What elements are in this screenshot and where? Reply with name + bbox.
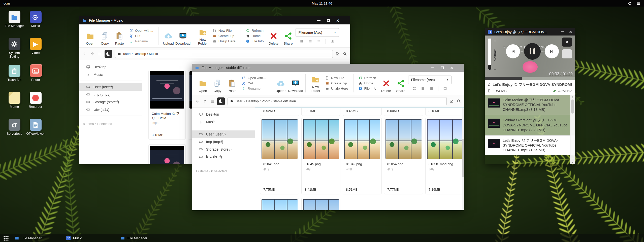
- scroll-down-icon[interactable]: ▼: [572, 161, 574, 163]
- taskbar-item-file-manager-1[interactable]: File Manager: [15, 234, 42, 242]
- unzip-here-button[interactable]: Unzip Here: [325, 87, 348, 90]
- sidebar-item-drive-user[interactable]: User (user:/): [79, 83, 142, 91]
- sidebar-item-music[interactable]: ♪ Music: [79, 71, 142, 78]
- cut-button[interactable]: Cut: [242, 81, 266, 85]
- upload-button[interactable]: Upload: [161, 27, 176, 45]
- playlist-scrollbar[interactable]: ▲ ▼: [570, 95, 575, 164]
- sidebar-item-drive-storage[interactable]: Storage (store:/): [79, 98, 142, 106]
- grid-view-icon[interactable]: [300, 39, 304, 43]
- scrollbar-thumb[interactable]: [571, 99, 574, 114]
- next-track-button[interactable]: [545, 44, 559, 58]
- vertical-scrollbar[interactable]: [462, 108, 464, 210]
- list-view-icon[interactable]: [308, 39, 312, 43]
- grid-view-icon[interactable]: [412, 87, 416, 90]
- file-card-partial[interactable]: 8.45MB: [343, 108, 382, 116]
- search-icon[interactable]: [457, 99, 461, 103]
- close-button[interactable]: ×: [569, 29, 572, 34]
- new-file-button[interactable]: New File: [325, 76, 348, 80]
- sidebar-item-music[interactable]: ♪ Music: [192, 118, 255, 126]
- scrollbar-thumb[interactable]: [462, 139, 464, 177]
- desktop-icon-file-manager[interactable]: File Manager: [5, 11, 24, 38]
- home-button[interactable]: Home: [246, 34, 264, 38]
- copy-button[interactable]: Copy: [210, 74, 225, 93]
- scroll-up-icon[interactable]: ▲: [572, 96, 574, 98]
- desktop-icon-recorder[interactable]: Recorder: [26, 92, 45, 119]
- refresh-button[interactable]: Refresh: [246, 29, 264, 32]
- sort-dropdown[interactable]: Filename (Asc) ▾: [408, 76, 452, 84]
- file-card-01054[interactable]: 01054.png .png 7.77MB: [384, 118, 423, 194]
- desktop-icon-memo[interactable]: Memo: [5, 92, 24, 119]
- rename-button[interactable]: Rename: [129, 39, 153, 43]
- back-button[interactable]: [83, 52, 87, 56]
- file-card-partial[interactable]: [301, 198, 340, 210]
- file-info-button[interactable]: File Info: [246, 39, 264, 43]
- download-button[interactable]: Download: [288, 74, 303, 93]
- repeat-button[interactable]: [562, 38, 572, 47]
- open-button[interactable]: Open: [196, 74, 210, 93]
- file-card-partial[interactable]: 8.00MB: [384, 108, 423, 116]
- paste-button[interactable]: Paste: [225, 74, 239, 93]
- playlist-toggle-button[interactable]: [562, 49, 572, 58]
- dark-mode-toggle[interactable]: [105, 50, 112, 58]
- app-launcher-button[interactable]: [3, 235, 9, 241]
- progress-bar[interactable]: [485, 77, 575, 80]
- sidebar-item-drive-user[interactable]: User (user:/): [192, 130, 255, 138]
- taskbar-item-music[interactable]: Music: [66, 234, 82, 242]
- detail-view-icon[interactable]: [317, 39, 321, 43]
- close-button[interactable]: ×: [336, 18, 339, 23]
- refresh-button[interactable]: Refresh: [359, 76, 376, 80]
- search-icon[interactable]: [343, 52, 347, 56]
- sidebar-item-drive-tmp[interactable]: tmp (tmp:/): [192, 138, 255, 146]
- path-menu-icon[interactable]: [97, 52, 102, 56]
- maximize-button[interactable]: [441, 66, 444, 69]
- create-zip-button[interactable]: Create Zip: [325, 81, 348, 85]
- create-zip-button[interactable]: Create Zip: [213, 34, 236, 38]
- file-card-01041[interactable]: 01041.png .png 7.75MB: [260, 118, 299, 194]
- list-view-icon[interactable]: [421, 87, 425, 90]
- copy-button[interactable]: Copy: [98, 27, 112, 45]
- minimize-button[interactable]: [431, 67, 434, 68]
- upload-button[interactable]: Upload: [274, 74, 288, 93]
- up-button[interactable]: [203, 99, 207, 103]
- desktop-icon-trash-bin[interactable]: Trash Bin: [5, 65, 24, 92]
- sidebar-item-drive-ixtw[interactable]: ixtw (is1:/): [192, 153, 255, 161]
- file-info-button[interactable]: File Info: [359, 87, 376, 90]
- minimize-button[interactable]: [317, 20, 320, 21]
- file-card[interactable]: [148, 144, 186, 164]
- file-card-calm-motion[interactable]: Calm Motion @ フリーBGM... .mp3 3.18MB: [148, 70, 186, 140]
- path-menu-icon[interactable]: [210, 99, 214, 103]
- playlist-item[interactable]: Holiday Overslept @ フリーBGM DOVA-SYNDROME…: [485, 115, 575, 135]
- file-card-partial[interactable]: 8.52MB: [260, 108, 299, 116]
- back-button[interactable]: [195, 99, 200, 103]
- detail-view-icon[interactable]: [430, 87, 433, 90]
- breadcrumb[interactable]: user: / Desktop / Photo / stable diffusi…: [228, 97, 447, 105]
- sidebar-item-drive-tmp[interactable]: tmp (tmp:/): [79, 91, 142, 98]
- open-with-button[interactable]: Open with...: [242, 76, 266, 80]
- edit-path-icon[interactable]: [336, 52, 340, 56]
- open-with-button[interactable]: Open with...: [129, 29, 153, 32]
- desktop-icon-officeviewer[interactable]: OfficeViewer: [26, 119, 45, 146]
- taskbar-item-file-manager-2[interactable]: File Manager: [120, 234, 147, 242]
- desktop-icon-music[interactable]: Music: [26, 11, 45, 38]
- volume-slider[interactable]: [488, 39, 491, 70]
- window-music-player[interactable]: Let’s Enjoy @ フリーBGM DOV... × フリー BGM DO…: [485, 28, 575, 164]
- status-ring-icon[interactable]: [628, 2, 631, 5]
- maximize-button[interactable]: [327, 19, 330, 22]
- share-button[interactable]: Share: [394, 74, 408, 93]
- unzip-here-button[interactable]: Unzip Here: [213, 39, 236, 43]
- volume-slider-thumb[interactable]: [488, 65, 491, 70]
- file-card-01049[interactable]: 01049.png .png 8.51MB: [343, 118, 382, 194]
- desktop-icon-serverless[interactable]: σ Serverless: [5, 119, 24, 146]
- playlist-item[interactable]: Calm Motion @ フリーBGM DOVA-SYNDROME OFFIC…: [485, 95, 575, 115]
- previous-track-button[interactable]: [506, 44, 520, 58]
- window-file-manager-stable-diffusion[interactable]: File Manager - stable diffusion × Open C…: [192, 64, 464, 210]
- column-view-icon[interactable]: [443, 87, 447, 90]
- new-folder-button[interactable]: New Folder: [308, 74, 323, 93]
- delete-button[interactable]: Delete: [266, 27, 281, 45]
- desktop-icon-photo[interactable]: Photo: [26, 65, 45, 92]
- open-button[interactable]: Open: [83, 27, 98, 45]
- desktop-icon-system-setting[interactable]: System Setting: [5, 38, 24, 65]
- system-menu-icon[interactable]: [637, 2, 640, 5]
- desktop-icon-video[interactable]: ▶ Video: [26, 38, 45, 65]
- sort-dropdown[interactable]: Filename (Asc) ▾: [296, 28, 339, 37]
